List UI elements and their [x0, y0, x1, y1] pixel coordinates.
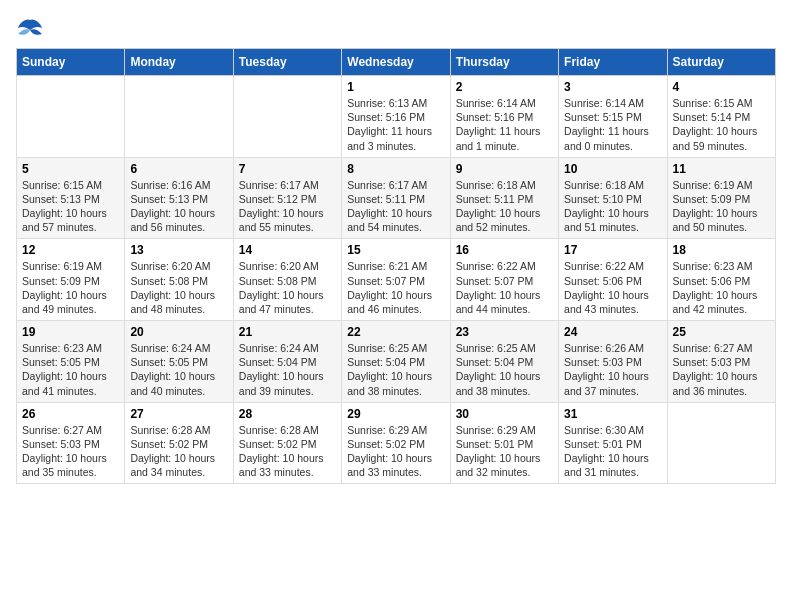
calendar-week-row: 19Sunrise: 6:23 AMSunset: 5:05 PMDayligh…: [17, 321, 776, 403]
logo: [16, 16, 48, 40]
day-number: 2: [456, 80, 553, 94]
weekday-header-friday: Friday: [559, 49, 667, 76]
day-detail: Sunrise: 6:14 AMSunset: 5:16 PMDaylight:…: [456, 96, 553, 153]
day-detail: Sunrise: 6:19 AMSunset: 5:09 PMDaylight:…: [673, 178, 770, 235]
day-detail: Sunrise: 6:18 AMSunset: 5:10 PMDaylight:…: [564, 178, 661, 235]
day-detail: Sunrise: 6:17 AMSunset: 5:12 PMDaylight:…: [239, 178, 336, 235]
calendar-cell: 13Sunrise: 6:20 AMSunset: 5:08 PMDayligh…: [125, 239, 233, 321]
day-number: 20: [130, 325, 227, 339]
day-number: 27: [130, 407, 227, 421]
weekday-header-wednesday: Wednesday: [342, 49, 450, 76]
calendar-cell: 9Sunrise: 6:18 AMSunset: 5:11 PMDaylight…: [450, 157, 558, 239]
day-number: 31: [564, 407, 661, 421]
day-detail: Sunrise: 6:26 AMSunset: 5:03 PMDaylight:…: [564, 341, 661, 398]
weekday-header-tuesday: Tuesday: [233, 49, 341, 76]
day-detail: Sunrise: 6:15 AMSunset: 5:13 PMDaylight:…: [22, 178, 119, 235]
day-detail: Sunrise: 6:25 AMSunset: 5:04 PMDaylight:…: [347, 341, 444, 398]
calendar-cell: 19Sunrise: 6:23 AMSunset: 5:05 PMDayligh…: [17, 321, 125, 403]
calendar-cell: 12Sunrise: 6:19 AMSunset: 5:09 PMDayligh…: [17, 239, 125, 321]
day-number: 6: [130, 162, 227, 176]
calendar-cell: 26Sunrise: 6:27 AMSunset: 5:03 PMDayligh…: [17, 402, 125, 484]
weekday-header-row: SundayMondayTuesdayWednesdayThursdayFrid…: [17, 49, 776, 76]
calendar-cell: 2Sunrise: 6:14 AMSunset: 5:16 PMDaylight…: [450, 76, 558, 158]
day-number: 16: [456, 243, 553, 257]
calendar-week-row: 1Sunrise: 6:13 AMSunset: 5:16 PMDaylight…: [17, 76, 776, 158]
calendar-week-row: 12Sunrise: 6:19 AMSunset: 5:09 PMDayligh…: [17, 239, 776, 321]
day-detail: Sunrise: 6:30 AMSunset: 5:01 PMDaylight:…: [564, 423, 661, 480]
day-detail: Sunrise: 6:14 AMSunset: 5:15 PMDaylight:…: [564, 96, 661, 153]
day-number: 24: [564, 325, 661, 339]
day-detail: Sunrise: 6:13 AMSunset: 5:16 PMDaylight:…: [347, 96, 444, 153]
day-number: 11: [673, 162, 770, 176]
calendar-cell: [233, 76, 341, 158]
calendar-cell: 6Sunrise: 6:16 AMSunset: 5:13 PMDaylight…: [125, 157, 233, 239]
weekday-header-monday: Monday: [125, 49, 233, 76]
day-detail: Sunrise: 6:23 AMSunset: 5:06 PMDaylight:…: [673, 259, 770, 316]
weekday-header-saturday: Saturday: [667, 49, 775, 76]
day-number: 28: [239, 407, 336, 421]
day-number: 21: [239, 325, 336, 339]
day-detail: Sunrise: 6:21 AMSunset: 5:07 PMDaylight:…: [347, 259, 444, 316]
calendar-cell: 28Sunrise: 6:28 AMSunset: 5:02 PMDayligh…: [233, 402, 341, 484]
day-number: 10: [564, 162, 661, 176]
day-detail: Sunrise: 6:20 AMSunset: 5:08 PMDaylight:…: [130, 259, 227, 316]
calendar-cell: 23Sunrise: 6:25 AMSunset: 5:04 PMDayligh…: [450, 321, 558, 403]
page-header: [16, 16, 776, 40]
calendar-cell: 29Sunrise: 6:29 AMSunset: 5:02 PMDayligh…: [342, 402, 450, 484]
calendar-cell: 1Sunrise: 6:13 AMSunset: 5:16 PMDaylight…: [342, 76, 450, 158]
calendar-cell: 31Sunrise: 6:30 AMSunset: 5:01 PMDayligh…: [559, 402, 667, 484]
day-number: 1: [347, 80, 444, 94]
day-detail: Sunrise: 6:22 AMSunset: 5:06 PMDaylight:…: [564, 259, 661, 316]
day-detail: Sunrise: 6:18 AMSunset: 5:11 PMDaylight:…: [456, 178, 553, 235]
day-number: 13: [130, 243, 227, 257]
day-detail: Sunrise: 6:20 AMSunset: 5:08 PMDaylight:…: [239, 259, 336, 316]
calendar-cell: 27Sunrise: 6:28 AMSunset: 5:02 PMDayligh…: [125, 402, 233, 484]
day-detail: Sunrise: 6:22 AMSunset: 5:07 PMDaylight:…: [456, 259, 553, 316]
day-detail: Sunrise: 6:29 AMSunset: 5:01 PMDaylight:…: [456, 423, 553, 480]
day-detail: Sunrise: 6:29 AMSunset: 5:02 PMDaylight:…: [347, 423, 444, 480]
logo-bird-icon: [16, 16, 44, 40]
day-number: 9: [456, 162, 553, 176]
calendar-cell: 14Sunrise: 6:20 AMSunset: 5:08 PMDayligh…: [233, 239, 341, 321]
day-detail: Sunrise: 6:24 AMSunset: 5:04 PMDaylight:…: [239, 341, 336, 398]
day-detail: Sunrise: 6:17 AMSunset: 5:11 PMDaylight:…: [347, 178, 444, 235]
calendar-cell: 30Sunrise: 6:29 AMSunset: 5:01 PMDayligh…: [450, 402, 558, 484]
calendar-week-row: 26Sunrise: 6:27 AMSunset: 5:03 PMDayligh…: [17, 402, 776, 484]
day-number: 19: [22, 325, 119, 339]
calendar-cell: 17Sunrise: 6:22 AMSunset: 5:06 PMDayligh…: [559, 239, 667, 321]
day-detail: Sunrise: 6:23 AMSunset: 5:05 PMDaylight:…: [22, 341, 119, 398]
calendar-cell: 7Sunrise: 6:17 AMSunset: 5:12 PMDaylight…: [233, 157, 341, 239]
day-detail: Sunrise: 6:16 AMSunset: 5:13 PMDaylight:…: [130, 178, 227, 235]
calendar-cell: 8Sunrise: 6:17 AMSunset: 5:11 PMDaylight…: [342, 157, 450, 239]
day-number: 3: [564, 80, 661, 94]
weekday-header-thursday: Thursday: [450, 49, 558, 76]
day-number: 22: [347, 325, 444, 339]
day-number: 30: [456, 407, 553, 421]
day-number: 5: [22, 162, 119, 176]
day-detail: Sunrise: 6:25 AMSunset: 5:04 PMDaylight:…: [456, 341, 553, 398]
day-number: 18: [673, 243, 770, 257]
calendar-cell: 4Sunrise: 6:15 AMSunset: 5:14 PMDaylight…: [667, 76, 775, 158]
calendar-table: SundayMondayTuesdayWednesdayThursdayFrid…: [16, 48, 776, 484]
calendar-week-row: 5Sunrise: 6:15 AMSunset: 5:13 PMDaylight…: [17, 157, 776, 239]
day-number: 17: [564, 243, 661, 257]
calendar-cell: 10Sunrise: 6:18 AMSunset: 5:10 PMDayligh…: [559, 157, 667, 239]
day-detail: Sunrise: 6:28 AMSunset: 5:02 PMDaylight:…: [130, 423, 227, 480]
day-detail: Sunrise: 6:27 AMSunset: 5:03 PMDaylight:…: [673, 341, 770, 398]
day-number: 7: [239, 162, 336, 176]
day-detail: Sunrise: 6:19 AMSunset: 5:09 PMDaylight:…: [22, 259, 119, 316]
calendar-cell: 11Sunrise: 6:19 AMSunset: 5:09 PMDayligh…: [667, 157, 775, 239]
weekday-header-sunday: Sunday: [17, 49, 125, 76]
calendar-cell: 21Sunrise: 6:24 AMSunset: 5:04 PMDayligh…: [233, 321, 341, 403]
calendar-cell: 15Sunrise: 6:21 AMSunset: 5:07 PMDayligh…: [342, 239, 450, 321]
calendar-cell: 22Sunrise: 6:25 AMSunset: 5:04 PMDayligh…: [342, 321, 450, 403]
calendar-cell: 20Sunrise: 6:24 AMSunset: 5:05 PMDayligh…: [125, 321, 233, 403]
day-detail: Sunrise: 6:15 AMSunset: 5:14 PMDaylight:…: [673, 96, 770, 153]
calendar-cell: 25Sunrise: 6:27 AMSunset: 5:03 PMDayligh…: [667, 321, 775, 403]
day-number: 4: [673, 80, 770, 94]
calendar-cell: 5Sunrise: 6:15 AMSunset: 5:13 PMDaylight…: [17, 157, 125, 239]
calendar-cell: 16Sunrise: 6:22 AMSunset: 5:07 PMDayligh…: [450, 239, 558, 321]
day-detail: Sunrise: 6:28 AMSunset: 5:02 PMDaylight:…: [239, 423, 336, 480]
day-number: 29: [347, 407, 444, 421]
calendar-cell: 24Sunrise: 6:26 AMSunset: 5:03 PMDayligh…: [559, 321, 667, 403]
